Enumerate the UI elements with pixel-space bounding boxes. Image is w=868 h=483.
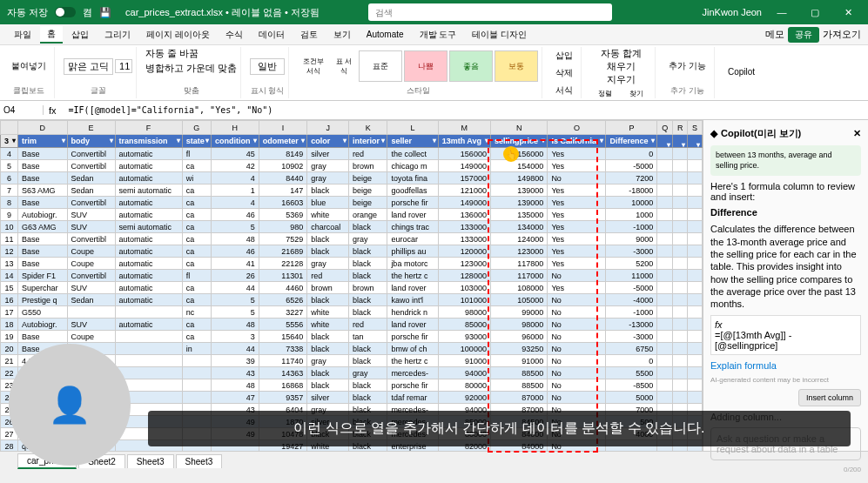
cell[interactable]: 1000 — [606, 209, 657, 221]
table-format-button[interactable]: 표 서식 — [331, 54, 357, 78]
cell[interactable]: SUV — [67, 319, 115, 331]
cell[interactable]: black — [307, 343, 349, 355]
cell[interactable]: 134000 — [490, 221, 547, 233]
cell[interactable]: mercedes- — [387, 367, 438, 379]
cell[interactable]: silver — [307, 148, 349, 160]
row-number[interactable]: 20 — [1, 343, 18, 355]
cell[interactable]: tan — [349, 331, 387, 343]
cell[interactable]: 11301 — [259, 270, 306, 282]
cell[interactable] — [182, 367, 211, 379]
cell[interactable]: black — [307, 379, 349, 392]
cell[interactable]: 120000 — [438, 245, 490, 258]
cell[interactable]: ca — [182, 258, 211, 270]
table-header[interactable]: seller — [387, 135, 438, 148]
cell[interactable]: 0 — [606, 355, 657, 367]
cell[interactable]: 15640 — [259, 331, 306, 343]
cell[interactable]: black — [349, 355, 387, 367]
cell[interactable]: 133000 — [438, 233, 490, 245]
cell[interactable]: 14363 — [259, 367, 306, 379]
cell[interactable]: orange — [349, 209, 387, 221]
cell[interactable]: 100000 — [438, 343, 490, 355]
cell[interactable]: automatic — [115, 245, 182, 258]
cell[interactable]: 7529 — [259, 233, 306, 245]
cell[interactable]: red — [307, 270, 349, 282]
cell[interactable]: Base — [18, 148, 68, 160]
cell[interactable]: black — [349, 379, 387, 392]
cell[interactable]: 135000 — [490, 209, 547, 221]
cell[interactable]: 123000 — [490, 245, 547, 258]
cell[interactable]: 16868 — [259, 379, 306, 392]
cell[interactable]: -5000 — [606, 282, 657, 294]
table-header[interactable]: interior — [349, 135, 387, 148]
cell[interactable]: Convertibl — [67, 233, 115, 245]
cell[interactable]: 0 — [606, 148, 657, 160]
cell[interactable]: 3227 — [259, 306, 306, 319]
share-button[interactable]: 공유 — [788, 27, 819, 43]
cell[interactable]: Base — [18, 197, 68, 209]
cell[interactable]: Prestige q — [18, 294, 68, 306]
cell[interactable]: land rover — [387, 209, 438, 221]
cell[interactable]: 1 — [211, 184, 259, 197]
cell[interactable]: 22128 — [259, 258, 306, 270]
cell[interactable]: black — [349, 343, 387, 355]
cell[interactable]: 93000 — [438, 331, 490, 343]
ribbon-tab[interactable]: 검토 — [293, 27, 325, 43]
cell[interactable]: bmw of ch — [387, 343, 438, 355]
cell[interactable]: ca — [182, 209, 211, 221]
cell[interactable]: black — [349, 270, 387, 282]
cell[interactable]: 11000 — [606, 270, 657, 282]
cell[interactable]: semi automatic — [115, 184, 182, 197]
cell[interactable]: fl — [182, 270, 211, 282]
cell[interactable]: chicago m — [387, 160, 438, 172]
cell[interactable]: 105000 — [490, 294, 547, 306]
cell[interactable]: Autobiogr. — [18, 319, 68, 331]
cell[interactable]: gray — [307, 172, 349, 184]
cell[interactable]: 124000 — [490, 233, 547, 245]
cell[interactable]: 5556 — [259, 319, 306, 331]
ribbon-tab[interactable]: 보기 — [326, 27, 358, 43]
cell[interactable]: 4 — [211, 197, 259, 209]
col-header[interactable]: H — [211, 121, 259, 135]
cell[interactable]: -4000 — [606, 294, 657, 306]
cell[interactable]: goodfellas — [387, 184, 438, 197]
cell[interactable]: black — [307, 233, 349, 245]
cell[interactable]: 5500 — [606, 367, 657, 379]
minimize-icon[interactable]: — — [769, 7, 795, 17]
col-header[interactable]: D — [18, 121, 68, 135]
cell[interactable]: 93250 — [490, 343, 547, 355]
cell[interactable]: 5 — [211, 306, 259, 319]
cell[interactable]: black — [307, 245, 349, 258]
cell[interactable]: black — [307, 184, 349, 197]
cell[interactable]: Base — [18, 258, 68, 270]
cell[interactable] — [182, 355, 211, 367]
cell[interactable]: automatic — [115, 160, 182, 172]
cell[interactable]: ca — [182, 245, 211, 258]
cell[interactable]: Convertibl — [67, 160, 115, 172]
col-header[interactable]: G — [182, 121, 211, 135]
cell[interactable]: 48 — [211, 319, 259, 331]
table-header[interactable]: body — [67, 135, 115, 148]
cell[interactable] — [115, 306, 182, 319]
cell[interactable]: S63 AMG — [18, 184, 68, 197]
style-good[interactable]: 좋음 — [449, 50, 493, 82]
col-header[interactable]: K — [349, 121, 387, 135]
cell[interactable]: gray — [307, 355, 349, 367]
cell[interactable]: 8440 — [259, 172, 306, 184]
font-name[interactable]: 맑은 고딕 — [64, 58, 113, 75]
cell[interactable]: toyota fina — [387, 172, 438, 184]
cell[interactable] — [115, 355, 182, 367]
col-header[interactable]: P — [606, 121, 657, 135]
cell[interactable]: 98000 — [490, 319, 547, 331]
cell[interactable]: Yes — [548, 197, 606, 209]
row-number[interactable]: 13 — [1, 258, 18, 270]
cell[interactable]: -3000 — [606, 245, 657, 258]
cell[interactable]: Spider F1 — [18, 270, 68, 282]
cell[interactable]: black — [349, 258, 387, 270]
cell[interactable]: 5 — [211, 221, 259, 233]
cell[interactable]: Coupe — [67, 245, 115, 258]
cell[interactable]: ca — [182, 197, 211, 209]
name-box[interactable]: O4 — [0, 105, 44, 115]
col-header[interactable]: I — [259, 121, 306, 135]
cell[interactable]: charcoal — [307, 221, 349, 233]
cell[interactable]: automatic — [115, 270, 182, 282]
